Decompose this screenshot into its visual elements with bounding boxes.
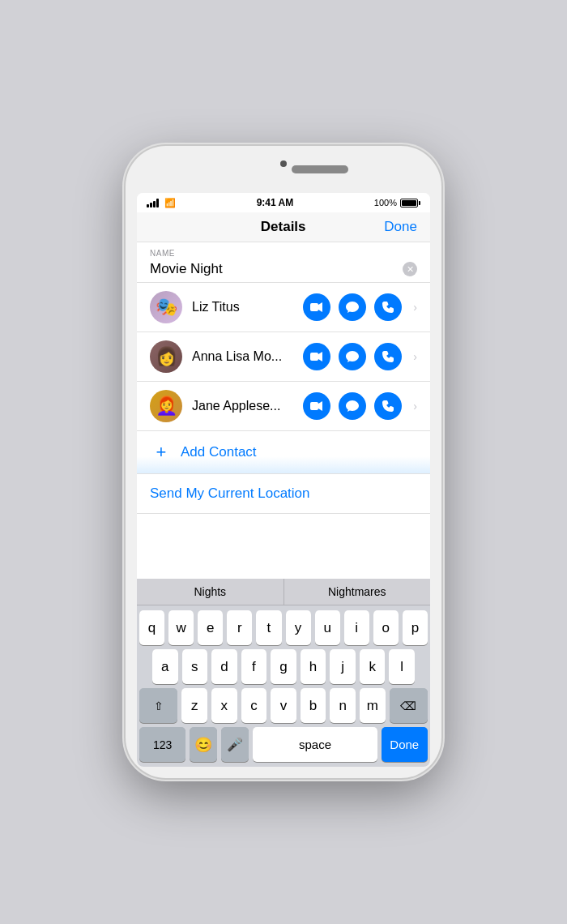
- keyboard-row-bottom: 123 😊 🎤 space Done: [139, 727, 428, 762]
- status-bar: 📶 9:41 AM 100%: [137, 193, 430, 212]
- battery-percent: 100%: [374, 198, 397, 207]
- svg-marker-1: [318, 302, 322, 312]
- contact-name-anna: Anna Lisa Mo...: [192, 349, 293, 364]
- key-r[interactable]: r: [227, 610, 252, 645]
- keyboard: q w e r t y u i o p a s d f g h j k: [137, 605, 430, 767]
- phone-screen: 📶 9:41 AM 100% Details Done: [137, 193, 430, 767]
- keyboard-row-3: ⇧ z x c v b n m ⌫: [139, 688, 428, 723]
- phone-call-liz[interactable]: [374, 293, 402, 321]
- key-x[interactable]: x: [211, 688, 237, 723]
- status-left: 📶: [147, 198, 176, 208]
- svg-rect-2: [310, 353, 318, 361]
- add-contact-row[interactable]: + Add Contact: [137, 431, 430, 474]
- speaker: [292, 165, 348, 173]
- battery-tip: [419, 201, 420, 205]
- avatar-anna: 👩: [150, 340, 182, 373]
- key-f[interactable]: f: [241, 649, 267, 684]
- svg-marker-3: [318, 352, 322, 361]
- contact-row-jane: 👩‍🦰 Jane Applese...: [137, 382, 430, 431]
- clear-button[interactable]: ✕: [403, 262, 417, 276]
- keyboard-row-1: q w e r t y u i o p: [139, 610, 428, 645]
- svg-rect-4: [310, 402, 318, 410]
- action-buttons-liz: [303, 293, 402, 321]
- key-u[interactable]: u: [315, 610, 340, 645]
- content-area: NAME ✕ 🎭 Liz Titus: [137, 242, 430, 579]
- video-call-jane[interactable]: [303, 392, 330, 420]
- mic-key[interactable]: 🎤: [221, 727, 249, 762]
- chevron-anna[interactable]: ›: [413, 350, 417, 363]
- key-h[interactable]: h: [301, 649, 326, 684]
- signal-bars: [147, 198, 159, 207]
- key-s[interactable]: s: [182, 649, 208, 684]
- send-location-section: Send My Current Location: [137, 474, 430, 514]
- keyboard-row-2: a s d f g h j k l: [139, 649, 428, 684]
- contact-row-anna: 👩 Anna Lisa Mo...: [137, 332, 430, 382]
- autocomplete-nights[interactable]: Nights: [137, 579, 284, 605]
- svg-rect-0: [310, 303, 318, 311]
- send-location-button[interactable]: Send My Current Location: [150, 486, 310, 501]
- key-k[interactable]: k: [360, 649, 386, 684]
- backspace-key[interactable]: ⌫: [390, 688, 428, 723]
- numbers-key[interactable]: 123: [139, 727, 185, 762]
- phone-frame: 📶 9:41 AM 100% Details Done: [126, 146, 441, 778]
- svg-marker-5: [318, 401, 322, 411]
- key-t[interactable]: t: [256, 610, 281, 645]
- emoji-key[interactable]: 😊: [190, 727, 217, 762]
- key-j[interactable]: j: [330, 649, 356, 684]
- key-d[interactable]: d: [211, 649, 237, 684]
- avatar-jane: 👩‍🦰: [150, 390, 182, 422]
- action-buttons-jane: [303, 392, 402, 420]
- key-c[interactable]: c: [241, 688, 267, 723]
- key-w[interactable]: w: [168, 610, 194, 645]
- name-row: ✕: [150, 259, 417, 279]
- key-p[interactable]: p: [403, 610, 428, 645]
- key-g[interactable]: g: [271, 649, 296, 684]
- key-a[interactable]: a: [152, 649, 178, 684]
- message-jane[interactable]: [339, 392, 366, 420]
- status-time: 9:41 AM: [257, 197, 294, 208]
- contact-name-liz: Liz Titus: [192, 300, 293, 314]
- add-contact-label: Add Contact: [181, 444, 257, 460]
- name-field-label: NAME: [150, 249, 417, 258]
- contact-row-liz: 🎭 Liz Titus: [137, 283, 430, 332]
- key-o[interactable]: o: [373, 610, 399, 645]
- action-buttons-anna: [303, 343, 402, 370]
- chevron-liz[interactable]: ›: [413, 301, 417, 314]
- phone-call-anna[interactable]: [374, 343, 402, 370]
- status-right: 100%: [374, 198, 420, 207]
- space-key[interactable]: space: [253, 727, 377, 762]
- key-y[interactable]: y: [286, 610, 311, 645]
- key-n[interactable]: n: [330, 688, 356, 723]
- key-e[interactable]: e: [198, 610, 223, 645]
- message-liz[interactable]: [339, 293, 366, 321]
- nav-bar: Details Done: [137, 212, 430, 242]
- key-q[interactable]: q: [139, 610, 164, 645]
- phone-call-jane[interactable]: [374, 392, 402, 420]
- key-b[interactable]: b: [301, 688, 326, 723]
- message-anna[interactable]: [339, 343, 366, 370]
- key-v[interactable]: v: [271, 688, 296, 723]
- wifi-icon: 📶: [164, 198, 176, 208]
- video-call-anna[interactable]: [303, 343, 330, 370]
- keyboard-done-button[interactable]: Done: [382, 727, 428, 762]
- add-plus-icon: +: [150, 441, 173, 464]
- chevron-jane[interactable]: ›: [413, 400, 417, 413]
- key-l[interactable]: l: [389, 649, 415, 684]
- autocomplete-bar: Nights Nightmares: [137, 579, 430, 605]
- name-section: NAME ✕: [137, 242, 430, 283]
- key-z[interactable]: z: [181, 688, 207, 723]
- name-input[interactable]: [150, 259, 403, 279]
- avatar-liz: 🎭: [150, 291, 182, 323]
- contact-name-jane: Jane Applese...: [192, 399, 293, 413]
- battery-fill: [402, 200, 416, 206]
- nav-title: Details: [261, 219, 306, 235]
- autocomplete-nightmares[interactable]: Nightmares: [284, 579, 431, 605]
- battery-icon: [400, 199, 420, 207]
- key-i[interactable]: i: [344, 610, 369, 645]
- done-button[interactable]: Done: [384, 219, 417, 235]
- shift-key[interactable]: ⇧: [139, 688, 177, 723]
- key-m[interactable]: m: [360, 688, 386, 723]
- video-call-liz[interactable]: [303, 293, 330, 321]
- battery-body: [400, 199, 418, 207]
